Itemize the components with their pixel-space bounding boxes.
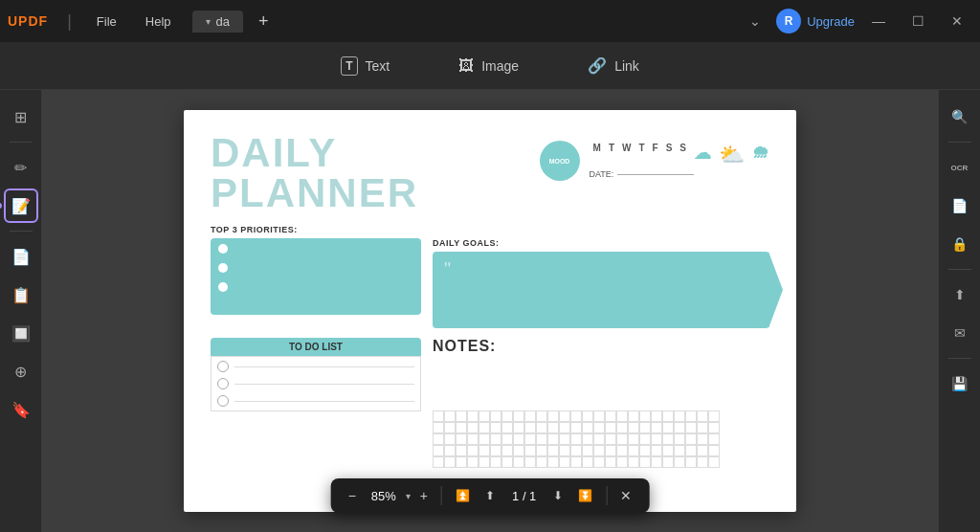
avatar: R [776,9,801,33]
notes-cell [605,422,616,433]
right-search-button[interactable]: 🔍 [943,100,977,134]
notes-cell [513,433,524,445]
todo-row-1 [217,361,414,372]
notes-cell [490,433,501,445]
chevron-down-button[interactable]: ⌄ [742,10,768,33]
sidebar-item-batch[interactable]: 📋 [4,277,38,312]
notes-cell [570,410,582,422]
notes-cell [605,456,616,468]
sidebar-item-edit[interactable]: ✏ [4,150,38,185]
notes-cell [662,410,674,422]
notes-cell [570,433,582,445]
date-line: DATE: [590,169,769,179]
sidebar-sep-1 [10,142,33,143]
zoom-out-button[interactable]: − [343,484,362,507]
sidebar-item-organize[interactable]: 📄 [4,239,38,274]
notes-cell [605,445,616,456]
notes-cell [513,410,524,422]
notes-cell [685,410,697,422]
notes-cell [570,422,582,433]
notes-label: NOTES: [433,338,769,355]
upgrade-button[interactable]: R Upgrade [776,9,855,33]
close-button[interactable]: ✕ [942,10,972,33]
notes-cell [547,456,559,468]
notes-cell [708,422,720,433]
notes-cell [467,422,479,433]
file-menu[interactable]: File [83,11,130,33]
zoom-in-button[interactable]: + [414,484,434,507]
zoom-value: 85% [366,489,402,503]
right-mail-button[interactable]: ✉ [943,316,977,350]
todo-banner: TO DO LIST [211,338,421,356]
image-label: Image [481,58,519,74]
sidebar-item-compare[interactable]: 🔲 [4,316,38,350]
notes-cell [639,410,651,422]
nav-next-button[interactable]: ⬇ [547,485,568,506]
notes-cell [490,445,501,456]
notes-cell [559,422,570,433]
notes-cell [616,456,628,468]
nav-first-button[interactable]: ⏫ [450,485,476,506]
notes-cell [513,456,524,468]
close-toolbar-button[interactable]: ✕ [614,484,637,507]
notes-cell [593,433,605,445]
notes-cell [433,422,444,433]
notes-cell [433,433,444,445]
notes-cell [605,433,616,445]
notes-cell [628,456,639,468]
notes-cell [444,456,456,468]
left-sidebar: ⊞ ✏ 📝 📄 📋 🔲 ⊕ 🔖 [0,90,42,532]
notes-cell [593,445,605,456]
notes-cell [708,456,720,468]
todo-line-1 [234,366,414,367]
right-share-button[interactable]: ⬆ [943,277,977,312]
zoom-dropdown-button[interactable]: ▾ [406,491,411,501]
notes-cell [479,410,490,422]
notes-cell [490,422,501,433]
add-tab-button[interactable]: + [251,10,277,33]
priority-dot-2 [218,263,228,273]
notes-cell [501,422,513,433]
sidebar-item-edit-pdf[interactable]: 📝 [4,188,38,223]
right-extract-button[interactable]: 📄 [943,188,977,223]
date-label: DATE: [590,169,614,179]
active-tab[interactable]: ▾ da [192,11,243,33]
planner-title-line2: PLANNER [211,173,418,213]
image-tool[interactable]: 🖼 Image [443,52,534,80]
priorities-box [211,238,421,315]
notes-cell [685,422,697,433]
nav-prev-button[interactable]: ⬆ [479,485,501,506]
notes-cell [536,456,547,468]
notes-cell [628,410,639,422]
notes-cell [501,433,513,445]
notes-cell [697,433,708,445]
help-menu[interactable]: Help [132,11,185,33]
sidebar-item-pages[interactable]: ⊞ [4,100,38,134]
priorities-label: TOP 3 PRIORITIES: [211,225,769,234]
todo-items [211,356,421,411]
sidebar-item-bookmark[interactable]: 🔖 [4,392,38,427]
minimize-button[interactable]: — [862,10,895,33]
right-lock-button[interactable]: 🔒 [943,227,977,261]
maximize-button[interactable]: ☐ [902,10,934,33]
days-weather: M T W T F S S ☁ ⛅ 🌧 [590,143,769,179]
text-tool[interactable]: T Text [325,51,405,81]
todo-circle-3 [217,395,229,407]
nav-last-button[interactable]: ⏬ [572,485,598,506]
planner-header: DAILY PLANNER MOOD M T W T [211,133,769,213]
right-ocr-button[interactable]: OCR [943,150,977,185]
link-label: Link [614,58,639,74]
sidebar-item-layers[interactable]: ⊕ [4,354,38,388]
right-sep-2 [948,269,971,270]
link-tool[interactable]: 🔗 Link [572,51,655,80]
notes-cell [662,445,674,456]
notes-cell [433,410,444,422]
notes-cell [674,410,685,422]
notes-cell [639,445,651,456]
title-nav: File Help [83,11,185,33]
notes-cell [467,445,479,456]
right-save-button[interactable]: 💾 [943,366,977,401]
notes-cell [444,445,456,456]
quote-mark: " [444,259,758,278]
right-sep-1 [948,142,971,143]
